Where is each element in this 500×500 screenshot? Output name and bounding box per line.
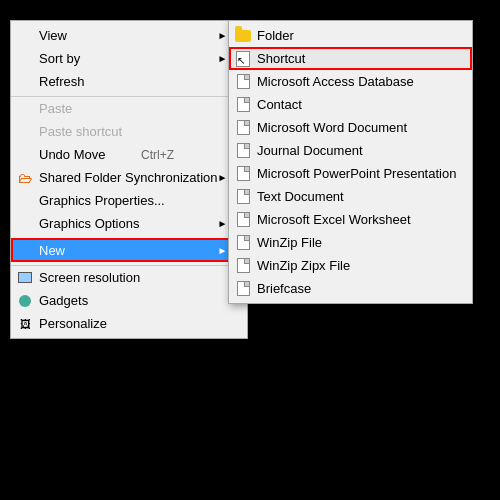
submenu-item-ppt[interactable]: Microsoft PowerPoint Presentation: [229, 162, 472, 185]
menu-item-graphics-properties[interactable]: Graphics Properties...: [11, 189, 247, 212]
menu-label-new: New: [39, 243, 65, 258]
submenu-item-word-doc[interactable]: Microsoft Word Document: [229, 116, 472, 139]
menu-item-paste[interactable]: Paste: [11, 96, 247, 120]
briefcase-icon: [235, 281, 251, 297]
gadgets-icon: [17, 293, 33, 309]
submenu-item-text-doc[interactable]: Text Document: [229, 185, 472, 208]
folder-icon: [235, 28, 251, 44]
submenu-label-word-doc: Microsoft Word Document: [257, 120, 407, 135]
submenu-label-text-doc: Text Document: [257, 189, 344, 204]
shortcut-icon: [235, 51, 251, 67]
submenu-item-briefcase[interactable]: Briefcase: [229, 277, 472, 300]
submenu-label-contact: Contact: [257, 97, 302, 112]
menu-label-undo-move: Undo Move: [39, 147, 105, 162]
submenu-label-ppt: Microsoft PowerPoint Presentation: [257, 166, 456, 181]
menu-label-screen-resolution: Screen resolution: [39, 270, 140, 285]
arrow-icon: ►: [218, 30, 228, 41]
menu-item-screen-resolution[interactable]: Screen resolution: [11, 265, 247, 289]
winzip-zipx-icon: [235, 258, 251, 274]
submenu-label-shortcut: Shortcut: [257, 51, 305, 66]
menu-label-graphics-properties: Graphics Properties...: [39, 193, 165, 208]
ppt-icon: [235, 166, 251, 182]
arrow-icon: ►: [218, 172, 228, 183]
menu-item-gadgets[interactable]: Gadgets: [11, 289, 247, 312]
menu-item-sort-by[interactable]: Sort by ►: [11, 47, 247, 70]
submenu-label-excel: Microsoft Excel Worksheet: [257, 212, 411, 227]
submenu-label-winzip-zipx: WinZip Zipx File: [257, 258, 350, 273]
menu-label-shared-folder: Shared Folder Synchronization: [39, 170, 218, 185]
menu-item-view[interactable]: View ►: [11, 24, 247, 47]
submenu-item-winzip[interactable]: WinZip File: [229, 231, 472, 254]
access-db-icon: [235, 74, 251, 90]
submenu-label-folder: Folder: [257, 28, 294, 43]
menu-item-graphics-options[interactable]: Graphics Options ►: [11, 212, 247, 235]
winzip-icon: [235, 235, 251, 251]
shortcut-label: Ctrl+Z: [141, 148, 182, 162]
shared-folder-icon: 🗁: [17, 170, 33, 186]
menu-item-personalize[interactable]: 🖼 Personalize: [11, 312, 247, 335]
excel-icon: [235, 212, 251, 228]
menu-item-paste-shortcut[interactable]: Paste shortcut: [11, 120, 247, 143]
submenu-label-journal-doc: Journal Document: [257, 143, 363, 158]
menu-label-sort-by: Sort by: [39, 51, 80, 66]
submenu-item-folder[interactable]: Folder: [229, 24, 472, 47]
submenu-item-winzip-zipx[interactable]: WinZip Zipx File: [229, 254, 472, 277]
submenu-item-shortcut[interactable]: Shortcut: [229, 47, 472, 70]
menu-label-personalize: Personalize: [39, 316, 107, 331]
screen-icon: [17, 270, 33, 286]
contact-icon: [235, 97, 251, 113]
menu-label-gadgets: Gadgets: [39, 293, 88, 308]
menu-item-shared-folder[interactable]: 🗁 Shared Folder Synchronization ►: [11, 166, 247, 189]
menu-label-refresh: Refresh: [39, 74, 85, 89]
arrow-icon: ►: [218, 245, 228, 256]
arrow-icon: ►: [218, 53, 228, 64]
submenu-label-access-db: Microsoft Access Database: [257, 74, 414, 89]
submenu-item-contact[interactable]: Contact: [229, 93, 472, 116]
submenu-item-access-db[interactable]: Microsoft Access Database: [229, 70, 472, 93]
context-menu[interactable]: View ► Sort by ► Refresh Paste Paste sho…: [10, 20, 248, 339]
submenu-new[interactable]: Folder Shortcut Microsoft Access Databas…: [228, 20, 473, 304]
menu-label-graphics-options: Graphics Options: [39, 216, 139, 231]
submenu-label-briefcase: Briefcase: [257, 281, 311, 296]
menu-label-paste: Paste: [39, 101, 72, 116]
journal-doc-icon: [235, 143, 251, 159]
submenu-item-journal-doc[interactable]: Journal Document: [229, 139, 472, 162]
submenu-label-winzip: WinZip File: [257, 235, 322, 250]
submenu-item-excel[interactable]: Microsoft Excel Worksheet: [229, 208, 472, 231]
menu-label-view: View: [39, 28, 67, 43]
menu-item-new[interactable]: New ►: [11, 238, 247, 262]
menu-item-undo-move[interactable]: Undo Move Ctrl+Z ►: [11, 143, 247, 166]
text-doc-icon: [235, 189, 251, 205]
word-doc-icon: [235, 120, 251, 136]
personalize-icon: 🖼: [17, 316, 33, 332]
menu-item-refresh[interactable]: Refresh: [11, 70, 247, 93]
arrow-icon: ►: [218, 218, 228, 229]
menu-label-paste-shortcut: Paste shortcut: [39, 124, 122, 139]
